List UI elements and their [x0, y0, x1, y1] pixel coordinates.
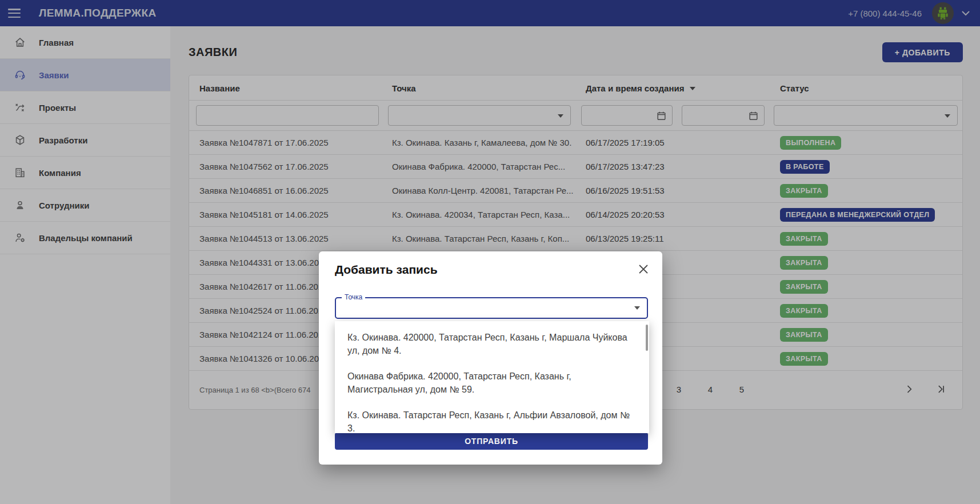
point-select-field[interactable]: Точка	[335, 297, 648, 319]
add-record-modal: Добавить запись Точка Кз. Окинава. 42000…	[319, 251, 662, 465]
dropdown-option[interactable]: Окинава Фабрика. 420000, Татарстан Респ,…	[335, 363, 649, 402]
dropdown-scrollbar[interactable]	[646, 325, 648, 351]
point-dropdown-menu: Кз. Окинава. 420000, Татарстан Респ, Каз…	[335, 321, 649, 433]
select-caret-icon	[634, 306, 640, 310]
dropdown-option[interactable]: Кз. Окинава. 420000, Татарстан Респ, Каз…	[335, 325, 649, 363]
close-icon	[638, 264, 649, 274]
submit-button[interactable]: ОТПРАВИТЬ	[335, 433, 648, 450]
point-field-label: Точка	[342, 293, 365, 301]
dropdown-option[interactable]: Кз. Окинава. Татарстан Респ, Казань г, А…	[335, 402, 649, 433]
close-button[interactable]	[638, 264, 649, 277]
modal-title: Добавить запись	[335, 263, 438, 277]
